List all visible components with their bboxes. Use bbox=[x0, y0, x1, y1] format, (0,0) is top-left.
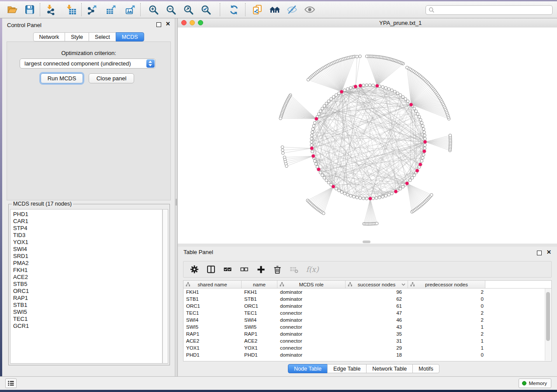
control-panel-title: Control Panel bbox=[7, 22, 42, 28]
mcds-result-item[interactable]: YOX1 bbox=[10, 239, 162, 246]
mcds-result-item[interactable]: PMA2 bbox=[10, 260, 162, 267]
mcds-result-item[interactable]: SRD1 bbox=[10, 253, 162, 260]
mcds-result-item[interactable]: RAP1 bbox=[10, 295, 162, 302]
mcds-result-item[interactable]: ORC1 bbox=[10, 288, 162, 295]
plus-icon bbox=[257, 265, 265, 274]
memory-button[interactable]: Memory bbox=[519, 378, 551, 388]
column-header-mcds-role[interactable]: MCDS role bbox=[277, 281, 346, 288]
tab-select[interactable]: Select bbox=[89, 32, 116, 41]
mcds-result-item[interactable]: PHD1 bbox=[10, 211, 162, 218]
table-cell: 1 bbox=[408, 345, 485, 351]
search-input[interactable] bbox=[436, 7, 552, 14]
mcds-result-item[interactable]: STB1 bbox=[10, 302, 162, 309]
panel-splitter[interactable] bbox=[175, 18, 178, 376]
show-all-button[interactable] bbox=[301, 2, 318, 17]
table-row[interactable]: FKH1FKH1dominator962 bbox=[183, 289, 551, 296]
tab-network[interactable]: Network bbox=[33, 32, 65, 41]
mcds-result-item[interactable]: SWI5 bbox=[10, 309, 162, 316]
first-neighbors-button[interactable] bbox=[266, 2, 284, 17]
tab-network-table[interactable]: Network Table bbox=[366, 364, 413, 373]
table-row[interactable]: ACE2ACE2connector311 bbox=[183, 337, 551, 344]
maximize-window-icon[interactable] bbox=[198, 20, 203, 25]
zoom-selected-button[interactable] bbox=[197, 2, 214, 17]
close-window-icon[interactable] bbox=[181, 20, 187, 25]
zoom-fit-button[interactable] bbox=[180, 2, 197, 17]
table-cell: dominator bbox=[277, 296, 346, 302]
node-table-body: FKH1FKH1dominator962STB1STB1dominator620… bbox=[183, 289, 551, 358]
column-header-successor-nodes[interactable]: successor nodes bbox=[346, 281, 408, 288]
table-cell: FKH1 bbox=[183, 289, 242, 295]
float-table-panel-icon[interactable] bbox=[537, 251, 542, 255]
zoom-out-button[interactable] bbox=[162, 2, 180, 17]
table-row[interactable]: TEC1TEC1connector472 bbox=[183, 309, 551, 316]
table-row[interactable]: RAP1RAP1dominator352 bbox=[183, 330, 551, 337]
column-label: predecessor nodes bbox=[425, 282, 468, 287]
table-row[interactable]: STB1STB1dominator620 bbox=[183, 296, 551, 303]
import-network-button[interactable] bbox=[42, 2, 59, 17]
close-table-panel-icon[interactable]: ✕ bbox=[547, 249, 551, 255]
table-tabs: Node Table Edge Table Network Table Moti… bbox=[288, 364, 439, 373]
function-builder-button: f(x) bbox=[302, 263, 322, 276]
gear-icon bbox=[190, 265, 199, 274]
mcds-result-item[interactable]: TEC1 bbox=[10, 316, 162, 323]
export-table-button[interactable] bbox=[102, 2, 120, 17]
close-panel-button[interactable]: Close panel bbox=[89, 73, 134, 83]
import-table-button[interactable] bbox=[62, 2, 80, 17]
export-image-icon bbox=[125, 4, 136, 15]
export-image-button[interactable] bbox=[121, 2, 139, 17]
network-window-titlebar[interactable]: YPA_prune.txt_1 bbox=[178, 18, 557, 28]
hide-selected-button[interactable] bbox=[284, 2, 301, 17]
mcds-result-item[interactable]: STP4 bbox=[10, 225, 162, 232]
tab-mcds[interactable]: MCDS bbox=[116, 32, 144, 41]
save-session-button[interactable] bbox=[21, 2, 38, 17]
mcds-result-item[interactable]: SWI4 bbox=[10, 246, 162, 253]
mcds-result-item[interactable]: GCR1 bbox=[10, 323, 162, 330]
search-box[interactable] bbox=[426, 5, 553, 15]
table-vscrollbar[interactable] bbox=[545, 289, 551, 361]
delete-column-button[interactable] bbox=[269, 263, 286, 276]
zoom-in-button[interactable] bbox=[145, 2, 162, 17]
node-table[interactable]: shared name name MCDS role successor nod… bbox=[183, 280, 552, 361]
mcds-result-item[interactable]: STB5 bbox=[10, 281, 162, 288]
deselect-all-button[interactable] bbox=[236, 263, 253, 276]
run-mcds-button[interactable]: Run MCDS bbox=[41, 73, 83, 83]
optimization-criterion-select[interactable]: largest connected component (undirected) bbox=[20, 58, 156, 69]
clone-network-button[interactable] bbox=[249, 2, 266, 17]
column-header-shared-name[interactable]: shared name bbox=[183, 281, 242, 288]
close-panel-icon[interactable]: ✕ bbox=[166, 21, 170, 27]
tab-node-table[interactable]: Node Table bbox=[288, 364, 328, 373]
mcds-result-item[interactable]: ACE2 bbox=[10, 274, 162, 281]
network-hscrollbar[interactable] bbox=[363, 241, 370, 243]
tab-motifs[interactable]: Motifs bbox=[412, 364, 439, 373]
table-row[interactable]: ORC1ORC1dominator610 bbox=[183, 303, 551, 309]
open-file-button[interactable] bbox=[3, 2, 21, 17]
network-canvas[interactable] bbox=[178, 28, 557, 244]
show-columns-button[interactable] bbox=[203, 263, 219, 276]
export-network-button[interactable] bbox=[83, 2, 100, 17]
float-panel-icon[interactable] bbox=[156, 22, 161, 27]
minimize-window-icon[interactable] bbox=[190, 20, 195, 25]
column-header-name[interactable]: name bbox=[242, 281, 277, 288]
column-header-predecessor-nodes[interactable]: predecessor nodes bbox=[408, 281, 485, 288]
table-vscrollbar-thumb[interactable] bbox=[546, 292, 550, 341]
mcds-result-item[interactable]: CAR1 bbox=[10, 218, 162, 225]
add-column-button[interactable] bbox=[253, 263, 269, 276]
mcds-result-scrollbar[interactable] bbox=[163, 209, 168, 364]
task-history-button[interactable] bbox=[5, 378, 17, 388]
mcds-result-item[interactable]: TID3 bbox=[10, 232, 162, 239]
tab-edge-table[interactable]: Edge Table bbox=[327, 364, 367, 373]
tab-style[interactable]: Style bbox=[65, 32, 89, 41]
mcds-result-item[interactable]: FKH1 bbox=[10, 267, 162, 274]
table-row[interactable]: YOX1YOX1connector291 bbox=[183, 344, 551, 351]
apply-layout-button[interactable] bbox=[225, 2, 242, 17]
network-graph[interactable] bbox=[178, 28, 557, 244]
mcds-result-list[interactable]: PHD1CAR1STP4TID3YOX1SWI4SRD1PMA2FKH1ACE2… bbox=[10, 209, 163, 364]
table-cell: 2 bbox=[408, 317, 485, 323]
table-row[interactable]: PHD1PHD1dominator180 bbox=[183, 351, 551, 358]
table-row[interactable]: SWI4SWI4dominator462 bbox=[183, 316, 551, 323]
export-table-icon bbox=[106, 4, 117, 15]
table-settings-button[interactable] bbox=[186, 263, 203, 276]
table-row[interactable]: SWI5SWI5connector431 bbox=[183, 323, 551, 330]
attribute-type-icon bbox=[280, 282, 284, 287]
select-all-button[interactable] bbox=[219, 263, 236, 276]
